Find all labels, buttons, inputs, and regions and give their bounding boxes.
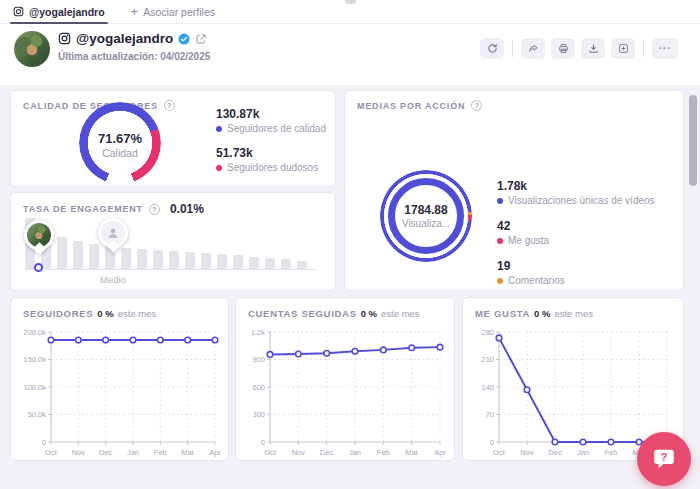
dashboard-area: CALIDAD DE SEGUIDORES ? 71.67% Calidad 1… bbox=[0, 85, 700, 489]
profile-avatar bbox=[14, 31, 50, 67]
engagement-bar bbox=[153, 250, 163, 270]
chart-period: este mes bbox=[554, 308, 593, 319]
legend-value: 42 bbox=[497, 219, 655, 233]
me-gusta-line-chart: OctNovDecJanFebMarApr070140210280 bbox=[467, 320, 677, 458]
legend-dot bbox=[216, 126, 222, 132]
chart-period: este mes bbox=[118, 308, 157, 319]
svg-text:280: 280 bbox=[481, 328, 494, 337]
legend-value: 130.87k bbox=[216, 107, 326, 121]
svg-text:Jan: Jan bbox=[577, 448, 589, 457]
add-widget-button[interactable] bbox=[611, 38, 635, 59]
legend-label: Visualizaciones únicas de vídeos bbox=[508, 195, 655, 206]
gauge-label: Calidad bbox=[102, 147, 138, 159]
last-updated-text: Última actualización: 04/02/2025 bbox=[58, 51, 210, 62]
card-title-row: TASA DE ENGAGEMENT ? 0.01% bbox=[23, 202, 204, 216]
svg-text:Apr: Apr bbox=[434, 448, 446, 457]
plus-square-icon bbox=[618, 43, 629, 54]
calidad-legend: 130.87k Seguidores de calidad 51.73k Seg… bbox=[216, 107, 326, 173]
card-title: TASA DE ENGAGEMENT bbox=[23, 204, 143, 214]
svg-text:Dec: Dec bbox=[320, 448, 334, 457]
refresh-button[interactable] bbox=[480, 38, 504, 59]
svg-text:?: ? bbox=[661, 451, 668, 463]
legend-item: 130.87k Seguidores de calidad bbox=[216, 107, 326, 134]
person-icon bbox=[106, 226, 120, 240]
engagement-bar bbox=[265, 258, 275, 271]
svg-text:Nov: Nov bbox=[72, 448, 86, 457]
svg-text:140: 140 bbox=[481, 383, 494, 392]
svg-text:Apr: Apr bbox=[209, 448, 221, 457]
profile-header: @yogalejandro Última actualización: 04/0… bbox=[0, 24, 700, 85]
card-medias-por-accion: MEDIAS POR ACCIÓN ? 1784.88 Visualiza...… bbox=[344, 90, 684, 291]
legend-dot bbox=[216, 165, 222, 171]
chart-title-row: SEGUIDORES 0 % este mes bbox=[23, 308, 156, 319]
scrollbar-thumb[interactable] bbox=[689, 95, 697, 186]
svg-text:Jan: Jan bbox=[127, 448, 139, 457]
download-icon bbox=[588, 43, 599, 54]
svg-text:210: 210 bbox=[481, 355, 494, 364]
legend-dot bbox=[497, 238, 503, 244]
engagement-rate-value: 0.01% bbox=[170, 202, 204, 216]
help-icon[interactable]: ? bbox=[149, 204, 160, 215]
svg-text:Feb: Feb bbox=[605, 448, 618, 457]
help-icon[interactable]: ? bbox=[164, 100, 175, 111]
svg-text:Oct: Oct bbox=[45, 448, 58, 457]
svg-text:600: 600 bbox=[252, 383, 265, 392]
profile-title-row: @yogalejandro bbox=[58, 31, 207, 46]
more-options-button[interactable]: ··· bbox=[652, 38, 678, 59]
help-chat-button[interactable]: ? bbox=[637, 432, 691, 486]
svg-text:1.2k: 1.2k bbox=[251, 328, 265, 337]
engagement-bar bbox=[249, 257, 259, 271]
svg-text:Dec: Dec bbox=[99, 448, 113, 457]
drag-handle bbox=[345, 0, 356, 4]
engagement-bar bbox=[233, 255, 243, 270]
add-profiles-tab[interactable]: + Asociar perfiles bbox=[128, 0, 218, 23]
svg-text:0: 0 bbox=[261, 438, 265, 447]
legend-value: 19 bbox=[497, 259, 655, 273]
average-marker-label: Medio bbox=[88, 274, 138, 285]
user-position-pin bbox=[22, 220, 56, 253]
legend-dot bbox=[497, 198, 503, 204]
chart-period: este mes bbox=[381, 308, 420, 319]
tab-yogalejandro[interactable]: @yogalejandro bbox=[10, 0, 108, 23]
svg-text:0: 0 bbox=[490, 438, 494, 447]
legend-label: Seguidores de calidad bbox=[227, 123, 326, 134]
analytics-dashboard: @yogalejandro + Asociar perfiles @yogale… bbox=[0, 0, 700, 489]
add-profiles-label: Asociar perfiles bbox=[143, 6, 215, 18]
svg-text:150.0k: 150.0k bbox=[23, 355, 46, 364]
engagement-bar bbox=[217, 254, 227, 270]
legend-item: 19 Comentarios bbox=[497, 259, 655, 286]
instagram-icon bbox=[13, 6, 24, 17]
legend-value: 51.73k bbox=[216, 146, 326, 160]
download-button[interactable] bbox=[581, 38, 605, 59]
instagram-icon bbox=[58, 32, 71, 45]
external-link-icon[interactable] bbox=[195, 33, 207, 45]
svg-text:Dec: Dec bbox=[548, 448, 562, 457]
card-title: MEDIAS POR ACCIÓN bbox=[357, 101, 465, 111]
chart-percent: 0 % bbox=[534, 308, 550, 319]
card-seguidores-chart: SEGUIDORES 0 % este mes OctNovDecJanFebM… bbox=[10, 297, 229, 461]
svg-text:Nov: Nov bbox=[520, 448, 534, 457]
header-toolbar: ··· bbox=[480, 38, 678, 59]
legend-label: Comentarios bbox=[508, 275, 565, 286]
card-tasa-de-engagement: TASA DE ENGAGEMENT ? 0.01% Medio bbox=[10, 192, 336, 291]
svg-text:Feb: Feb bbox=[377, 448, 390, 457]
chart-percent: 0 % bbox=[361, 308, 377, 319]
toolbar-divider bbox=[512, 41, 513, 57]
share-button[interactable] bbox=[521, 38, 545, 59]
legend-label: Seguidores dudosos bbox=[227, 162, 318, 173]
print-button[interactable] bbox=[551, 38, 575, 59]
legend-label: Me gusta bbox=[508, 235, 549, 246]
legend-item: 42 Me gusta bbox=[497, 219, 655, 246]
medias-legend: 1.78k Visualizaciones únicas de vídeos 4… bbox=[497, 179, 655, 286]
svg-text:100.0k: 100.0k bbox=[23, 383, 46, 392]
chart-title-row: ME GUSTA 0 % este mes bbox=[475, 308, 593, 319]
average-position-pin bbox=[96, 218, 130, 251]
svg-text:Jan: Jan bbox=[349, 448, 361, 457]
chart-title: SEGUIDORES bbox=[23, 308, 93, 319]
svg-text:0: 0 bbox=[42, 438, 46, 447]
card-calidad-de-seguidores: CALIDAD DE SEGUIDORES ? 71.67% Calidad 1… bbox=[10, 90, 336, 187]
engagement-bar bbox=[185, 252, 195, 270]
svg-text:Oct: Oct bbox=[264, 448, 277, 457]
help-icon[interactable]: ? bbox=[471, 100, 482, 111]
svg-text:50.0k: 50.0k bbox=[28, 410, 47, 419]
